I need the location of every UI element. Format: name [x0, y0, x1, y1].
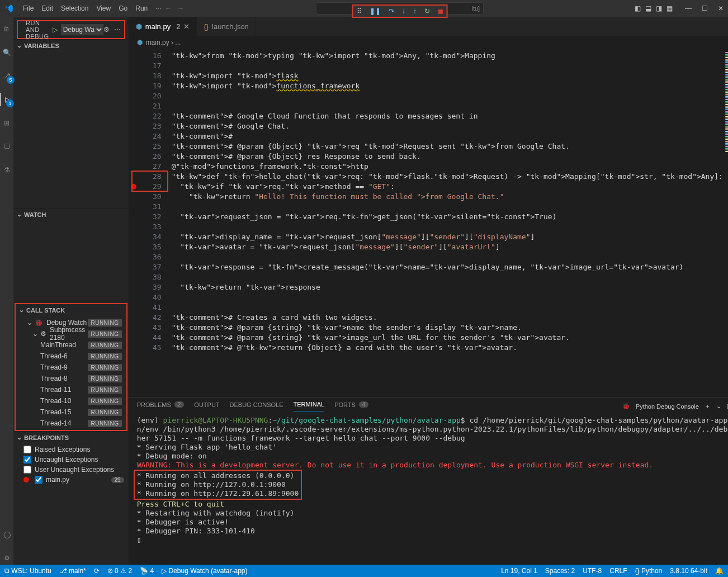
- breakpoints-body: Raised ExceptionsUncaught ExceptionsUser…: [13, 443, 129, 486]
- testing-icon[interactable]: ⚗: [0, 163, 13, 177]
- run-debug-header: RUN AND DEBUG ▷ Debug Wa ⚙ ⋯: [17, 20, 125, 39]
- code-editor[interactable]: "tk-kw">from "tk-mod">typing "tk-kw">imp…: [172, 49, 723, 397]
- status-ports[interactable]: 📡 4: [140, 567, 154, 575]
- source-control-icon[interactable]: ⎇5: [0, 69, 13, 83]
- status-eol[interactable]: CRLF: [609, 567, 627, 575]
- callstack-section[interactable]: CALL STACK: [16, 304, 126, 316]
- breakpoints-section[interactable]: BREAKPOINTS: [13, 432, 129, 443]
- explorer-icon[interactable]: 🗎: [0, 22, 13, 36]
- menu-edit[interactable]: Edit: [37, 0, 57, 17]
- search-icon[interactable]: 🔍: [0, 46, 13, 59]
- callstack-thread[interactable]: MainThreadRUNNING: [16, 339, 126, 351]
- variables-body: [13, 51, 129, 208]
- status-sync[interactable]: ⟳: [94, 567, 100, 575]
- status-python[interactable]: 3.8.10 64-bit: [670, 567, 707, 575]
- status-spaces[interactable]: Spaces: 2: [545, 567, 575, 575]
- layout-customize-icon[interactable]: ▦: [666, 4, 673, 12]
- minimap[interactable]: [723, 49, 728, 397]
- status-position[interactable]: Ln 19, Col 1: [501, 567, 537, 575]
- status-bar: ⧉ WSL: Ubuntu ⎇ main* ⟳ ⊘ 0 ⚠ 2 📡 4 ▷ De…: [0, 565, 728, 577]
- accounts-icon[interactable]: ◯: [0, 528, 13, 541]
- callstack-thread[interactable]: Thread-15RUNNING: [16, 406, 126, 418]
- status-branch[interactable]: ⎇ main*: [59, 567, 86, 575]
- tab-output[interactable]: OUTPUT: [194, 401, 219, 412]
- breakpoint-gutter[interactable]: [129, 49, 139, 397]
- run-debug-icon[interactable]: ▷1: [0, 93, 13, 106]
- watch-section[interactable]: WATCH: [13, 209, 129, 220]
- settings-gear-icon[interactable]: ⚙: [0, 551, 13, 565]
- new-terminal-icon[interactable]: ＋: [705, 402, 711, 410]
- nav-back-icon[interactable]: ←: [165, 4, 172, 12]
- tab-ports[interactable]: PORTS4: [334, 401, 368, 412]
- terminal-profile[interactable]: Python Debug Console: [636, 403, 699, 410]
- callstack-thread[interactable]: Thread-9RUNNING: [16, 362, 126, 373]
- menu-go[interactable]: Go: [115, 0, 131, 17]
- drag-handle-icon[interactable]: ⠿: [357, 7, 362, 15]
- step-out-icon[interactable]: ↑: [413, 7, 417, 15]
- breakpoint-option[interactable]: User Uncaught Exceptions: [13, 465, 129, 475]
- bottom-panel: PROBLEMS2 OUTPUT DEBUG CONSOLE TERMINAL …: [129, 397, 728, 565]
- close-icon[interactable]: ✕: [183, 22, 190, 31]
- callstack-body: 🐞Debug WatchRUNNING ⚙Subprocess 2180RUNN…: [16, 316, 126, 430]
- tab-launch-json[interactable]: {}launch.json: [197, 17, 256, 36]
- tab-problems[interactable]: PROBLEMS2: [137, 401, 185, 412]
- sidebar: RUN AND DEBUG ▷ Debug Wa ⚙ ⋯ VARIABLES W…: [13, 17, 129, 565]
- menu-more[interactable]: ···: [152, 0, 165, 17]
- menu-view[interactable]: View: [92, 0, 115, 17]
- status-notifications-icon[interactable]: 🔔: [715, 567, 724, 575]
- status-encoding[interactable]: UTF-8: [583, 567, 602, 575]
- start-debug-icon[interactable]: ▷: [53, 26, 58, 34]
- tab-debug-console[interactable]: DEBUG CONSOLE: [230, 401, 283, 412]
- more-icon[interactable]: ⋯: [114, 26, 121, 34]
- debug-toolbar: ⠿ ❚❚ ↷ ↓ ↑ ↻ ◼: [352, 4, 448, 18]
- breakpoint-option[interactable]: Uncaught Exceptions: [13, 455, 129, 465]
- callstack-thread[interactable]: Thread-11RUNNING: [16, 384, 126, 395]
- nav-forward-icon[interactable]: →: [177, 4, 184, 12]
- line-gutter: 1617181920212223242526272829303132333435…: [139, 49, 172, 397]
- callstack-subprocess[interactable]: ⚙Subprocess 2180RUNNING: [16, 328, 126, 339]
- menu-selection[interactable]: Selection: [57, 0, 92, 17]
- tab-main-py[interactable]: ⬢main.py2✕: [129, 17, 197, 36]
- status-language[interactable]: {} Python: [635, 567, 663, 575]
- close-window-icon[interactable]: ✕: [718, 4, 724, 12]
- minimize-icon[interactable]: ―: [685, 4, 692, 12]
- activity-bar: 🗎 🔍 ⎇5 ▷1 ⊞ 🖵 ⚗ ◯ ⚙: [0, 17, 13, 565]
- editor-tabs: ⬢main.py2✕ {}launch.json ▷ ◫ ⋯: [129, 17, 728, 36]
- callstack-thread[interactable]: Thread-10RUNNING: [16, 395, 126, 406]
- scm-badge: 5: [7, 76, 15, 84]
- pause-icon[interactable]: ❚❚: [370, 7, 381, 15]
- stop-icon[interactable]: ◼: [438, 7, 443, 15]
- layout-right-icon[interactable]: ◨: [656, 4, 662, 12]
- terminal-dropdown-icon[interactable]: ⌄: [716, 403, 721, 410]
- layout-left-icon[interactable]: ◧: [635, 4, 641, 12]
- step-over-icon[interactable]: ↷: [389, 7, 394, 15]
- watch-body: [13, 220, 129, 303]
- callstack-thread[interactable]: Thread-8RUNNING: [16, 373, 126, 384]
- callstack-thread[interactable]: Thread-6RUNNING: [16, 351, 126, 362]
- maximize-icon[interactable]: ☐: [702, 4, 708, 12]
- callstack-thread[interactable]: Thread-14RUNNING: [16, 418, 126, 429]
- step-into-icon[interactable]: ↓: [402, 7, 405, 15]
- variables-section[interactable]: VARIABLES: [13, 40, 129, 51]
- vscode-logo-icon: [4, 4, 13, 13]
- sidebar-title: RUN AND DEBUG: [26, 20, 49, 40]
- status-debug[interactable]: ▷ Debug Watch (avatar-app): [162, 567, 247, 575]
- status-problems[interactable]: ⊘ 0 ⚠ 2: [107, 567, 132, 575]
- debug-config-gear-icon[interactable]: ⚙: [103, 26, 110, 34]
- titlebar: File Edit Selection View Go Run ··· ← → …: [0, 0, 728, 17]
- terminal-content[interactable]: (env) pierrick@LAPTOP-HKU5PNNG:~/git/goo…: [129, 412, 728, 565]
- layout-bottom-icon[interactable]: ⬓: [645, 4, 651, 12]
- breadcrumb[interactable]: ⬢main.py › ...: [129, 36, 728, 49]
- menu-file[interactable]: File: [19, 0, 37, 17]
- restart-icon[interactable]: ↻: [424, 7, 430, 15]
- menu-run[interactable]: Run: [131, 0, 152, 17]
- breakpoint-option[interactable]: Raised Exceptions: [13, 444, 129, 455]
- breakpoint-file[interactable]: main.py29: [13, 475, 129, 485]
- tab-terminal[interactable]: TERMINAL: [294, 401, 325, 412]
- debug-badge: 1: [6, 100, 14, 107]
- debug-icon: 🐞: [622, 403, 630, 410]
- remote-explorer-icon[interactable]: 🖵: [0, 140, 13, 153]
- status-remote[interactable]: ⧉ WSL: Ubuntu: [4, 567, 51, 575]
- extensions-icon[interactable]: ⊞: [0, 116, 13, 130]
- debug-config-select[interactable]: Debug Wa: [61, 24, 103, 35]
